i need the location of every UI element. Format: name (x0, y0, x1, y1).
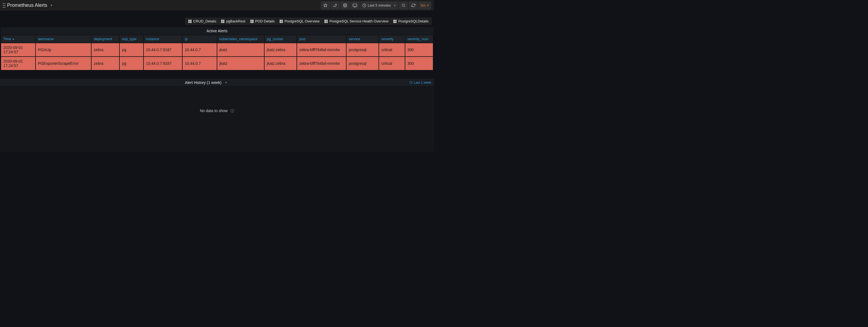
refresh-interval-label: 5m (421, 3, 426, 7)
table-body: 2020-09-01 17:24:57PGIsUpzebrapg10.44.0.… (1, 43, 433, 70)
column-header[interactable]: Time (1, 35, 35, 43)
no-data-message: No data to show ⓘ (0, 87, 434, 152)
cell-alertname: PGExporterScrapeError (36, 57, 91, 70)
grid-icon (188, 20, 192, 23)
link-label: PostgreSQLDetails (398, 19, 429, 23)
link-label: POD Details (255, 19, 275, 23)
history-title[interactable]: Alert History (1 week) ▼ (185, 80, 227, 85)
svg-marker-0 (323, 4, 327, 7)
cell-exp_type: pg (120, 43, 143, 56)
svg-rect-2 (353, 4, 357, 6)
refresh-interval-button[interactable]: 5m ▼ (418, 1, 431, 9)
cell-time: 2020-09-01 17:24:57 (1, 43, 35, 56)
cell-ns: jkatz (217, 57, 264, 70)
history-header: Alert History (1 week) ▼ Last 1 week (0, 79, 434, 87)
clock-icon (409, 81, 413, 84)
star-button[interactable] (321, 1, 330, 9)
link-label: PostgreSQL Service Health Overview (329, 19, 389, 23)
table-row[interactable]: 2020-09-01 17:24:57PGIsUpzebrapg10.44.0.… (1, 43, 433, 56)
svg-point-1 (345, 5, 346, 6)
cell-ip: 10.44.0.7 (183, 43, 217, 56)
grid-icon (280, 20, 283, 23)
column-header[interactable]: severity_num (405, 35, 433, 43)
cell-ip: 10.44.0.7 (183, 57, 217, 70)
alert-history-panel: Alert History (1 week) ▼ Last 1 week No … (0, 79, 434, 152)
cell-service: postgresql (346, 57, 378, 70)
cell-instance: 10.44.0.7:9187 (144, 57, 182, 70)
time-range-button[interactable]: Last 5 minutes ▼ (360, 1, 398, 9)
column-header[interactable]: ip (183, 35, 217, 43)
active-alerts-panel: Active Alerts Timealertnamedeploymentexp… (1, 27, 433, 70)
column-header[interactable]: pod (297, 35, 346, 43)
grid-icon (250, 20, 254, 23)
history-title-text: Alert History (1 week) (185, 80, 222, 85)
refresh-button[interactable] (409, 1, 418, 9)
history-range-label: Last 1 week (414, 81, 431, 85)
share-button[interactable] (331, 1, 340, 9)
alerts-table: Timealertnamedeploymentexp_typeinstancei… (1, 35, 433, 70)
dashboard-title-wrap[interactable]: Prometheus Alerts ▼ (3, 2, 321, 8)
column-header[interactable]: kubernetes_namespace (217, 35, 264, 43)
cell-time: 2020-09-01 17:24:57 (1, 57, 35, 70)
cell-exp_type: pg (120, 57, 143, 70)
cell-cluster: jkatz:zebra (265, 43, 297, 56)
chevron-down-icon: ▼ (394, 4, 396, 7)
cell-num: 300 (405, 57, 433, 70)
help-icon[interactable]: ⓘ (230, 109, 234, 113)
dashboard-link[interactable]: PostgreSQLDetails (393, 19, 429, 23)
cell-deployment: zebra (92, 57, 119, 70)
column-header[interactable]: exp_type (120, 35, 143, 43)
chevron-down-icon: ▼ (225, 81, 227, 84)
cell-severity: critical (379, 57, 404, 70)
cell-severity: critical (379, 43, 404, 56)
cell-pod: zebra-bfff764bd-mrm4w (297, 43, 346, 56)
settings-button[interactable] (341, 1, 350, 9)
toolbar-actions: Last 5 minutes ▼ 5m ▼ (321, 1, 431, 9)
cycle-view-button[interactable] (350, 1, 360, 9)
column-header[interactable]: severity (379, 35, 404, 43)
cell-cluster: jkatz:zebra (265, 57, 297, 70)
zoom-out-button[interactable] (399, 1, 408, 9)
cell-deployment: zebra (92, 43, 119, 56)
dashboard-link[interactable]: pgBackRest (221, 19, 245, 23)
dashboard-link[interactable]: PostgreSQL Overview (280, 19, 319, 23)
history-range[interactable]: Last 1 week (409, 81, 431, 85)
link-label: PostgreSQL Overview (284, 19, 319, 23)
dashboard-link[interactable]: CRUD_Details (188, 19, 216, 23)
panel-title: Active Alerts (1, 27, 433, 35)
grid-icon (393, 20, 397, 23)
top-bar: Prometheus Alerts ▼ Last 5 minutes ▼ 5m … (0, 0, 434, 11)
cell-service: postgresql (346, 43, 378, 56)
column-header[interactable]: deployment (92, 35, 119, 43)
table-header-row: Timealertnamedeploymentexp_typeinstancei… (1, 35, 433, 43)
cell-alertname: PGIsUp (36, 43, 91, 56)
link-label: pgBackRest (226, 19, 245, 23)
dashboard-link[interactable]: POD Details (250, 19, 275, 23)
cell-ns: jkatz (217, 43, 264, 56)
chevron-down-icon: ▼ (427, 4, 429, 7)
dashboard-links-bar: CRUD_DetailspgBackRestPOD DetailsPostgre… (0, 17, 434, 27)
dashboard-title: Prometheus Alerts (7, 2, 47, 8)
grip-icon (3, 3, 5, 8)
column-header[interactable]: pg_cluster (265, 35, 297, 43)
dashboard-link[interactable]: PostgreSQL Service Health Overview (324, 19, 389, 23)
cell-pod: zebra-bfff764bd-mrm4w (297, 57, 346, 70)
svg-point-4 (402, 4, 404, 6)
clock-icon (362, 4, 366, 7)
table-row[interactable]: 2020-09-01 17:24:57PGExporterScrapeError… (1, 57, 433, 70)
grid-icon (324, 20, 328, 23)
link-label: CRUD_Details (193, 19, 216, 23)
cell-instance: 10.44.0.7:9187 (144, 43, 182, 56)
column-header[interactable]: instance (144, 35, 182, 43)
chevron-down-icon: ▼ (50, 4, 53, 7)
no-data-text: No data to show (200, 109, 227, 113)
cell-num: 300 (405, 43, 433, 56)
column-header[interactable]: alertname (36, 35, 91, 43)
grid-icon (221, 20, 224, 23)
time-range-label: Last 5 minutes (368, 3, 391, 7)
dashboard-links: CRUD_DetailspgBackRestPOD DetailsPostgre… (185, 18, 432, 25)
column-header[interactable]: service (346, 35, 378, 43)
